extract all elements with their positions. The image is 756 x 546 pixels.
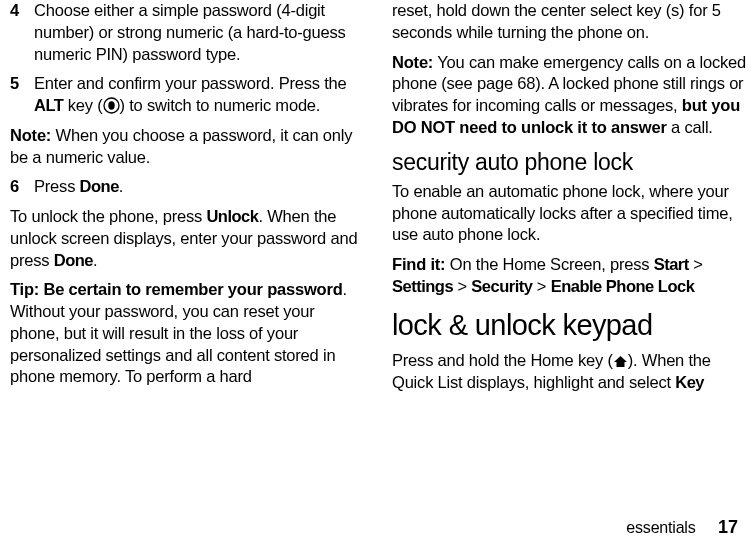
svg-point-1	[108, 101, 114, 109]
sep: >	[689, 255, 703, 273]
unlock-paragraph: To unlock the phone, press Unlock. When …	[10, 206, 364, 271]
step-5: 5 Enter and confirm your password. Press…	[10, 73, 364, 117]
note-password-numeric: Note: When you choose a password, it can…	[10, 125, 364, 169]
note-text: When you choose a password, it can only …	[10, 126, 352, 166]
page-footer: essentials 17	[626, 517, 738, 538]
text: Enter and confirm your password. Press t…	[34, 74, 347, 92]
text: .	[119, 177, 123, 195]
nav-settings: Settings	[392, 277, 453, 295]
text: a call.	[667, 118, 713, 136]
key-label: Key	[675, 373, 704, 391]
step-text: Press Done.	[34, 176, 364, 198]
tip-label: Tip: Be certain to remember your passwor…	[10, 280, 343, 298]
done-label: Done	[54, 251, 93, 269]
find-it-label: Find it:	[392, 255, 445, 273]
right-column: reset, hold down the center select key (…	[392, 0, 746, 402]
page-body: 4 Choose either a simple password (4-dig…	[0, 0, 756, 402]
unlock-label: Unlock	[206, 207, 258, 225]
home-key-icon	[613, 355, 628, 368]
nav-security: Security	[471, 277, 532, 295]
section-name: essentials	[626, 519, 695, 536]
nav-start: Start	[654, 255, 689, 273]
step-number: 4	[10, 0, 34, 65]
text: Press	[34, 177, 80, 195]
nav-enable-phone-lock: Enable Phone Lock	[551, 277, 695, 295]
text: On the Home Screen, press	[445, 255, 653, 273]
step-text: Enter and confirm your password. Press t…	[34, 73, 364, 117]
done-label: Done	[80, 177, 119, 195]
note-label: Note:	[392, 53, 433, 71]
sep: >	[532, 277, 550, 295]
text: ) to switch to numeric mode.	[120, 96, 321, 114]
text: .	[93, 251, 97, 269]
step-number: 5	[10, 73, 34, 117]
alt-key-label: ALT	[34, 96, 63, 114]
page-number: 17	[718, 517, 738, 537]
step-4: 4 Choose either a simple password (4-dig…	[10, 0, 364, 65]
note-emergency: Note: You can make emergency calls on a …	[392, 52, 746, 139]
tip-paragraph: Tip: Be certain to remember your passwor…	[10, 279, 364, 388]
keypad-paragraph: Press and hold the Home key (). When the…	[392, 350, 746, 394]
text: Press and hold the Home key (	[392, 351, 613, 369]
step-6: 6 Press Done.	[10, 176, 364, 198]
step-text: Choose either a simple password (4-digit…	[34, 0, 364, 65]
text: To unlock the phone, press	[10, 207, 206, 225]
find-it-paragraph: Find it: On the Home Screen, press Start…	[392, 254, 746, 298]
text: key (	[63, 96, 102, 114]
auto-lock-paragraph: To enable an automatic phone lock, where…	[392, 181, 746, 246]
heading-lock-unlock-keypad: lock & unlock keypad	[392, 306, 746, 344]
left-column: 4 Choose either a simple password (4-dig…	[10, 0, 364, 402]
alt-key-icon	[103, 97, 120, 114]
step-number: 6	[10, 176, 34, 198]
heading-security-auto-lock: security auto phone lock	[392, 147, 746, 177]
sep: >	[453, 277, 471, 295]
note-label: Note:	[10, 126, 51, 144]
hard-reset-cont: reset, hold down the center select key (…	[392, 0, 746, 44]
